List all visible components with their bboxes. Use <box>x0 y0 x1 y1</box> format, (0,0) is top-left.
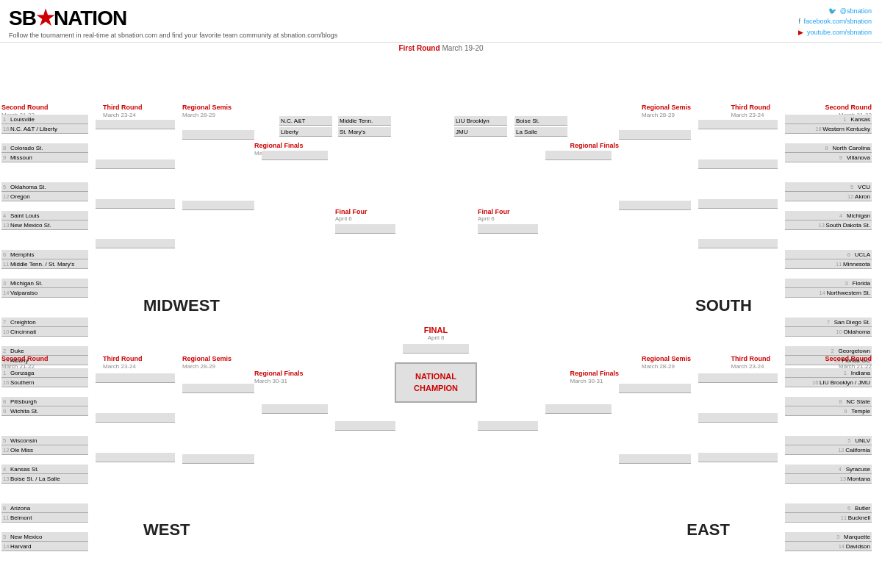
west-semis-header: Regional Semis March 28-29 <box>182 355 232 370</box>
midwest-label: MIDWEST <box>143 296 220 315</box>
final-section: FINAL April 8 <box>403 326 469 354</box>
east-r1-col: 1Indiana 16LIU Brooklyn / JMU 8NC State … <box>785 368 872 551</box>
header: SB★NATION Follow the tournament in real-… <box>0 0 882 43</box>
west-r3-header: Third Round March 23-24 <box>103 355 143 370</box>
east-semis-header: Regional Semis March 28-29 <box>642 355 691 370</box>
playin-south-13: Boise St. La Salle <box>514 116 567 137</box>
first-round-header: First Round March 19-20 <box>0 44 882 52</box>
east-finals-header: Regional Finals March 30-31 <box>570 370 619 384</box>
south-r3-col <box>619 130 691 210</box>
east-r3-header: Third Round March 23-24 <box>731 355 771 370</box>
social-links: 🐦 @sbnation f facebook.com/sbnation ▶ yo… <box>798 6 873 37</box>
south-r3-header: Third Round March 23-24 <box>731 104 771 118</box>
playin-midwest-11: Middle Tenn. St. Mary's <box>338 116 391 137</box>
facebook-link[interactable]: f facebook.com/sbnation <box>798 16 873 26</box>
west-r1-col: 1Gonzaga 16Southern 8Pittsburgh 9Wichita… <box>1 368 88 551</box>
west-r2-col <box>96 373 175 462</box>
east-r3-col <box>619 384 691 464</box>
midwest-r3-col <box>182 130 254 210</box>
national-champion-box: NATIONAL CHAMPION <box>395 362 477 403</box>
south-label: SOUTH <box>695 296 752 315</box>
midwest-r1-col: 1Louisville 16N.C. A&T / Liberty 8Colora… <box>1 115 88 365</box>
west-r3-col <box>182 384 254 464</box>
east-r4-col <box>545 404 612 414</box>
south-semis-header: Regional Semis March 28-29 <box>642 104 691 118</box>
south-r2-col <box>698 120 778 248</box>
midwest-r4-col <box>262 151 328 160</box>
twitter-link[interactable]: 🐦 @sbnation <box>798 6 873 16</box>
east-r2-col <box>698 373 778 462</box>
west-r4-col <box>262 404 328 414</box>
tagline: Follow the tournament in real-time at sb… <box>9 32 337 39</box>
final-four-left: Final Four April 6 <box>335 208 395 234</box>
midwest-r3-header: Third Round March 23-24 <box>103 104 143 118</box>
west-label: WEST <box>143 520 190 539</box>
final-four-left-bottom <box>335 421 395 431</box>
playin-east-16: LIU Brooklyn JMU <box>454 116 507 137</box>
site-logo: SB★NATION <box>9 6 337 30</box>
midwest-r2-col <box>96 120 175 248</box>
south-r1-col: 1Kansas 16Western Kentucky 8North Caroli… <box>785 115 872 365</box>
east-label: EAST <box>686 520 730 539</box>
final-four-right-bottom <box>478 421 538 431</box>
midwest-semis-header: Regional Semis March 28-29 <box>182 104 232 118</box>
youtube-link[interactable]: ▶ youtube.com/sbnation <box>798 27 873 37</box>
west-finals-header: Regional Finals March 30-31 <box>254 370 304 384</box>
south-r4-col <box>545 151 612 160</box>
final-four-right: Final Four April 6 <box>478 208 538 234</box>
playin-midwest-16: N.C. A&T Liberty <box>279 116 332 137</box>
bracket: Second Round March 21-22 Third Round Mar… <box>0 54 873 588</box>
